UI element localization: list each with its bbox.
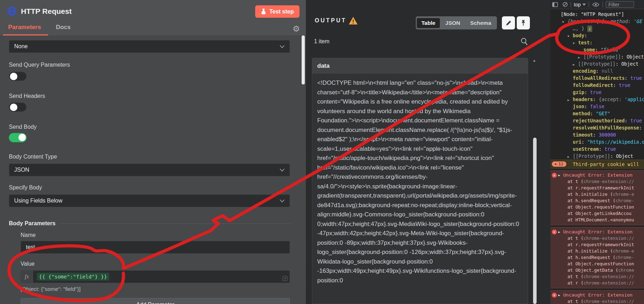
stack-source-link[interactable]: chrome-extension://	[583, 280, 634, 286]
console-tree-row[interactable]: encoding: null	[550, 67, 644, 74]
error-message-row[interactable]: ✕▶Uncaught Error: Extension	[550, 172, 644, 178]
console-token: followAllRedirects	[573, 75, 625, 81]
live-expression-eye-icon[interactable]	[592, 2, 600, 7]
expander-open-icon[interactable]: ▼	[562, 18, 567, 25]
gear-icon[interactable]: ⚙	[292, 24, 300, 34]
console-tree-row[interactable]: rejectUnauthorized: true	[550, 117, 644, 124]
console-error-block[interactable]: ✕▶Uncaught Error: Extensionat t (chrome-…	[550, 227, 644, 288]
stack-source-link[interactable]: chrome-extension://	[583, 274, 634, 279]
expander-closed-icon[interactable]: ▶	[558, 229, 563, 235]
pin-output-button[interactable]	[517, 16, 530, 29]
toolbar-divider	[589, 2, 589, 7]
console-token: headers	[573, 96, 593, 102]
stack-source-link[interactable]: chrome-extension://	[583, 179, 634, 184]
output-scrollbar[interactable]	[533, 138, 537, 304]
console-tree-row[interactable]: gzip: true	[550, 89, 644, 96]
stack-function: at Object.getLinkedAccou	[567, 211, 632, 216]
edit-output-button[interactable]	[502, 16, 515, 29]
tab-parameters[interactable]: Parameters	[8, 24, 41, 31]
console-token: :	[625, 118, 630, 123]
console-warning-row[interactable]: ▶ 12 Third-party cookie will	[550, 160, 644, 168]
output-title: OUTPUT	[315, 17, 347, 24]
stack-source-link[interactable]: chrome-	[615, 198, 634, 203]
clear-console-icon[interactable]	[562, 2, 568, 7]
authentication-select[interactable]: None	[9, 40, 290, 53]
console-token: "GET"	[596, 111, 610, 116]
error-message-row[interactable]: ✕▶Uncaught Error: Extension	[550, 292, 644, 298]
screen: HTTP Request Test step Parameters Docs ⚙…	[0, 0, 644, 304]
output-view-tab-json[interactable]: JSON	[441, 18, 465, 28]
console-tree-row[interactable]: ▶headers: {accept: 'applic	[550, 96, 644, 103]
error-icon: ✕	[552, 230, 557, 234]
send-body-toggle[interactable]	[9, 133, 27, 142]
expander-closed-icon[interactable]: ▶	[567, 153, 573, 160]
console-tree-row[interactable]: ▼test:	[550, 39, 644, 46]
console-tree-row[interactable]: resolveWithFullResponse:	[550, 124, 644, 131]
output-table-header[interactable]: data	[312, 58, 528, 74]
expand-expression-icon[interactable]: ↗	[282, 276, 287, 281]
console-tree-row[interactable]: timeout: 300000	[550, 131, 644, 138]
console-tree-row[interactable]: ▼{headers: {…}, method: 'GE	[550, 18, 644, 25]
stack-source-link[interactable]: chrome-e	[613, 248, 634, 254]
console-filter-input[interactable]: Filter	[606, 1, 634, 8]
error-message: Uncaught Error: Extension	[563, 292, 633, 298]
stack-source-link[interactable]: chrome-extension://	[583, 236, 634, 241]
console-tree-row[interactable]: followRedirect: true	[550, 82, 644, 89]
tab-docs[interactable]: Docs	[56, 24, 71, 31]
expander-closed-icon[interactable]: ▶	[567, 96, 573, 103]
console-error-block[interactable]: ✕▶Uncaught Error: Extensionat t (chrome-…	[550, 290, 644, 304]
stack-source-link[interactable]: chrome-	[615, 255, 634, 260]
console-log-area[interactable]: [Node: "HTTP Request"]▼{headers: {…}, me…	[550, 9, 644, 304]
stack-trace-line: at Object.getData (chrome	[550, 267, 644, 273]
console-tree-row[interactable]: some: "field"	[550, 46, 644, 53]
console-token: :	[581, 139, 587, 145]
console-tree-row[interactable]: ▶[[Prototype]]: Object	[550, 53, 644, 60]
add-parameter-button[interactable]: Add Parameter	[21, 298, 290, 304]
body-content-type-select[interactable]: JSON	[9, 164, 290, 176]
console-tree-row[interactable]: uri: "https://wikipedia.o	[550, 138, 644, 145]
expander-closed-icon[interactable]: ▶	[578, 54, 583, 60]
chevron-down-icon	[582, 4, 586, 6]
scroll-up-arrow[interactable]: ▲	[532, 58, 536, 62]
console-error-block[interactable]: ✕▶Uncaught Error: Extensionat t (chrome-…	[550, 170, 644, 225]
stack-trace-line: at r.requestFrameworkInit	[550, 242, 644, 248]
output-view-tab-table[interactable]: Table	[417, 18, 440, 28]
console-tree-row[interactable]: json: false	[550, 103, 644, 110]
send-headers-toggle[interactable]	[9, 103, 27, 112]
expander-closed-icon[interactable]: ▶	[573, 61, 578, 67]
console-tree-row[interactable]: ▶[[Prototype]]: Object	[550, 60, 644, 67]
items-count: 1 item	[314, 38, 330, 45]
output-view-tab-schema[interactable]: Schema	[466, 18, 496, 28]
expander-closed-icon[interactable]: ▶	[558, 172, 563, 178]
issue-count: 12	[559, 162, 563, 166]
stack-source-link[interactable]: chrome-extension://	[583, 299, 634, 304]
console-tree-row[interactable]: useStream: true	[550, 145, 644, 153]
expander-closed-icon[interactable]: ▶	[558, 292, 563, 298]
body-parameters-label: Body Parameters	[9, 220, 56, 227]
param-name-input[interactable]: test	[21, 241, 290, 254]
expander-open-icon[interactable]: ▼	[567, 33, 573, 39]
search-icon[interactable]	[520, 37, 528, 46]
error-message-row[interactable]: ✕▶Uncaught Error: Extension	[550, 229, 644, 235]
context-selector[interactable]: top	[574, 2, 586, 7]
console-token: encoding	[573, 68, 596, 74]
expander-open-icon[interactable]: ▼	[573, 40, 578, 46]
console-tree-row[interactable]: …, } i	[550, 25, 644, 32]
expand-arrow-icon: ▶	[555, 162, 557, 166]
console-tree-row[interactable]: ▼body:	[550, 32, 644, 39]
console-tree-row[interactable]: [Node: "HTTP Request"]	[550, 11, 644, 18]
param-value-input[interactable]: fx {{ {"some":"field"} }} ↗	[21, 270, 290, 283]
console-tree-row[interactable]: ▶[[Prototype]]: Object	[550, 153, 644, 160]
send-query-toggle[interactable]	[9, 72, 27, 81]
console-tree-row[interactable]: method: "GET"	[550, 110, 644, 117]
console-token: :	[593, 96, 599, 102]
issue-count-badge[interactable]: ▶ 12	[552, 161, 566, 167]
output-table-cell[interactable]: <!DOCTYPE html>\n<html lang="en" class="…	[312, 74, 528, 289]
console-sidebar-icon[interactable]	[552, 2, 558, 7]
stack-source-link[interactable]: chrome-e	[613, 192, 634, 197]
left-panel-scrollbar[interactable]	[302, 35, 305, 84]
console-tree-row[interactable]: followAllRedirects: true	[550, 74, 644, 82]
specify-body-select[interactable]: Using Fields Below	[9, 194, 290, 207]
stack-source-link[interactable]: chrome	[618, 267, 634, 273]
test-step-button[interactable]: Test step	[255, 5, 299, 18]
